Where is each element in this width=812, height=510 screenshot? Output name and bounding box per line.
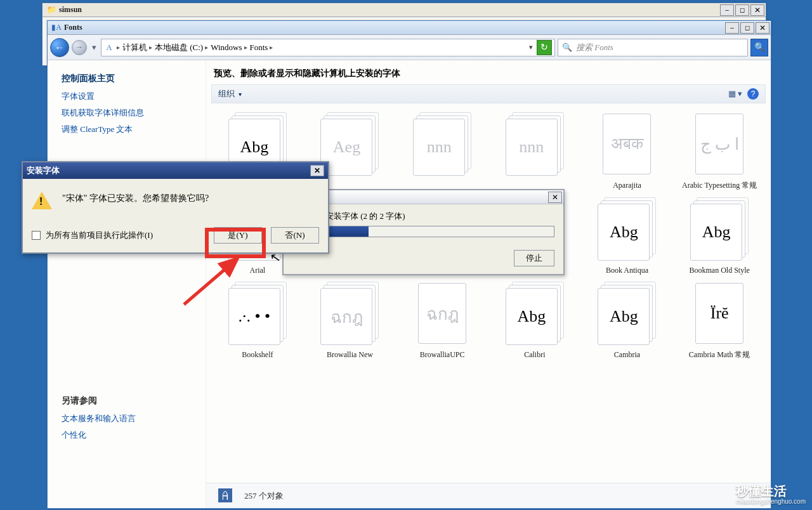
crumb-windows[interactable]: Windows (211, 43, 242, 53)
font-label: Arial (250, 266, 266, 276)
font-item[interactable]: AbgCambria (584, 282, 671, 360)
font-item[interactable]: ا ب جArabic Typesetting 常规 (676, 112, 763, 191)
font-folder-icon: 🅰 (213, 486, 238, 506)
crumb-drive[interactable]: 本地磁盘 (C:) (155, 42, 203, 53)
nav-history-button[interactable]: ▾ (89, 39, 98, 56)
minimize-button[interactable]: – (720, 4, 734, 16)
content-toolbar: 组织▾ ▦ ▾ ? (211, 84, 766, 103)
refresh-button[interactable]: ↻ (537, 40, 552, 55)
warning-icon (32, 190, 52, 211)
simsun-titlebar: 📁 simsun – ◻ ✕ (43, 3, 766, 17)
nav-forward-button[interactable]: → (72, 40, 87, 55)
nav-back-button[interactable]: ← (50, 38, 69, 57)
font-item[interactable]: AbgCalibri (491, 282, 579, 360)
close-button[interactable]: ✕ (756, 22, 769, 34)
page-title: 预览、删除或者显示和隐藏计算机上安装的字体 (206, 60, 771, 84)
progress-bar (292, 226, 554, 237)
search-go-button[interactable]: 🔍 (750, 39, 768, 56)
minimize-button[interactable]: – (725, 22, 739, 34)
font-label: Bookman Old Style (689, 266, 749, 276)
font-item[interactable]: nnn (398, 112, 486, 191)
sidebar-see-also: 另请参阅 (62, 395, 203, 407)
font-folder-icon: ▮A (51, 23, 62, 33)
close-button[interactable]: ✕ (310, 165, 324, 176)
sidebar-link-online[interactable]: 联机获取字体详细信息 (62, 107, 203, 119)
search-icon: 🔍 (562, 43, 572, 53)
search-input[interactable]: 🔍 搜索 Fonts (558, 39, 748, 56)
crumb-fonts[interactable]: Fonts (250, 43, 268, 53)
progress-label: 正在安装安装字体 (2 的 2 字体) (292, 211, 554, 222)
address-toolbar: ← → ▾ A ▸计算机 ▸本地磁盘 (C:) ▸Windows ▸Fonts … (48, 35, 771, 60)
font-label: Book Antiqua (606, 266, 648, 276)
maximize-button[interactable]: ◻ (735, 4, 749, 16)
confirm-dialog: 安装字体 ✕ "宋体" 字体已安装。您希望替换它吗? 为所有当前项目执行此操作(… (22, 161, 329, 254)
folder-icon: 📁 (46, 5, 56, 15)
font-item[interactable]: nnn (491, 112, 579, 191)
font-item[interactable]: .∙. • •Bookshelf (214, 282, 301, 360)
no-button[interactable]: 否(N) (271, 227, 319, 244)
stop-button[interactable]: 停止 (514, 250, 554, 266)
font-item[interactable]: AbgBook Antiqua (584, 197, 671, 276)
font-label: Cambria (614, 350, 640, 360)
font-label: Bookshelf (242, 350, 273, 360)
sidebar: 控制面板主页 字体设置 联机获取字体详细信息 调整 ClearType 文本 另… (48, 60, 206, 508)
sidebar-link-textservices[interactable]: 文本服务和输入语言 (62, 413, 203, 424)
font-item[interactable]: अबकAparajita (584, 112, 671, 191)
font-label: Calibri (524, 350, 545, 360)
status-bar: 🅰 257 个对象 (206, 483, 771, 508)
confirm-titlebar: 安装字体 ✕ (23, 162, 328, 179)
fonts-title: Fonts (64, 23, 725, 32)
search-placeholder: 搜索 Fonts (576, 42, 613, 53)
confirm-title: 安装字体 (27, 165, 310, 176)
confirm-message: "宋体" 字体已安装。您希望替换它吗? (62, 190, 209, 204)
font-label: Browallia New (327, 350, 373, 360)
help-icon[interactable]: ? (747, 88, 759, 100)
chevron-down-icon: ▾ (239, 91, 242, 98)
sidebar-link-settings[interactable]: 字体设置 (62, 91, 203, 102)
maximize-button[interactable]: ◻ (740, 22, 754, 34)
yes-button[interactable]: 是(Y) (214, 227, 262, 244)
simsun-title: simsun (59, 5, 720, 15)
watermark: 秒懂生活 miaodongshenghuo.com (736, 484, 806, 505)
font-item[interactable]: ฉกฎBrowallia New (306, 282, 394, 360)
font-label: Aparajita (613, 181, 641, 191)
organize-button[interactable]: 组织▾ (218, 88, 242, 100)
close-button[interactable]: ✕ (548, 192, 562, 203)
fonts-titlebar: ▮A Fonts – ◻ ✕ (48, 21, 771, 35)
sidebar-link-cleartype[interactable]: 调整 ClearType 文本 (62, 124, 203, 135)
crumb-computer[interactable]: 计算机 (122, 42, 147, 53)
close-button[interactable]: ✕ (750, 4, 764, 16)
font-item[interactable]: ฉกฎBrowalliaUPC (398, 282, 486, 360)
apply-all-label: 为所有当前项目执行此操作(I) (46, 230, 209, 241)
font-icon: A (104, 43, 114, 53)
font-label: BrowalliaUPC (420, 350, 465, 360)
view-icon[interactable]: ▦ ▾ (728, 89, 742, 99)
sidebar-head: 控制面板主页 (62, 73, 203, 84)
breadcrumb: ▸计算机 ▸本地磁盘 (C:) ▸Windows ▸Fonts ▸ (117, 42, 527, 53)
apply-all-checkbox[interactable] (32, 231, 41, 240)
font-label: Cambria Math 常规 (689, 350, 750, 360)
chevron-down-icon[interactable]: ▾ (529, 43, 533, 51)
font-item[interactable]: AbgBookman Old Style (676, 197, 763, 276)
font-item[interactable]: ÏrĕCambria Math 常规 (676, 282, 763, 360)
content-pane: 预览、删除或者显示和隐藏计算机上安装的字体 组织▾ ▦ ▾ ? AbgAegnn… (206, 60, 771, 508)
font-label: Arabic Typesetting 常规 (682, 181, 757, 191)
sidebar-link-personalize[interactable]: 个性化 (62, 429, 203, 441)
address-bar[interactable]: A ▸计算机 ▸本地磁盘 (C:) ▸Windows ▸Fonts ▸ ▾ ↻ (101, 39, 555, 56)
status-count: 257 个对象 (244, 490, 284, 502)
